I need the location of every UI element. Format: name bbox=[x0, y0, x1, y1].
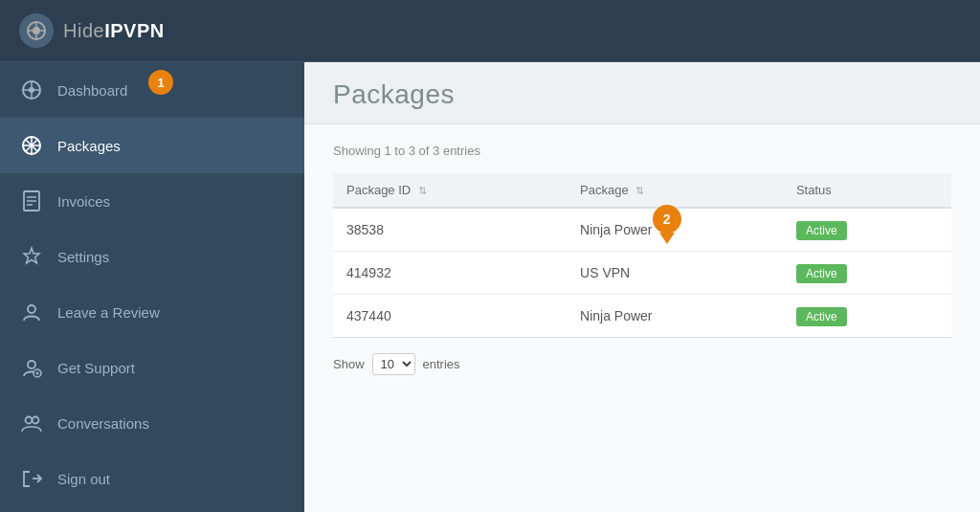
sort-icon-package: ⇅ bbox=[635, 185, 644, 197]
cell-package-id-3: 437440 bbox=[333, 295, 567, 338]
sidebar-item-invoices-label: Invoices bbox=[57, 193, 110, 210]
cell-package-id-2: 414932 bbox=[333, 252, 567, 295]
cell-status-2: Active bbox=[783, 252, 951, 295]
cell-package-name-2: US VPN bbox=[567, 252, 783, 295]
cell-status-1: Active bbox=[783, 208, 951, 252]
cell-status-3: Active bbox=[783, 295, 951, 338]
logo: HideIPVPN bbox=[19, 13, 165, 48]
sidebar-item-dashboard-label: Dashboard bbox=[57, 82, 127, 99]
pin-marker-2: 2 bbox=[653, 205, 681, 244]
svg-point-21 bbox=[28, 361, 35, 368]
dashboard-icon bbox=[19, 78, 44, 102]
sidebar-item-conversations-label: Conversations bbox=[57, 415, 149, 432]
top-bar: HideIPVPN bbox=[0, 0, 980, 62]
main-layout: Dashboard 1 Packages bbox=[0, 62, 980, 512]
table-row: 414932 US VPN Active bbox=[333, 252, 951, 295]
col-package[interactable]: Package ⇅ bbox=[567, 173, 783, 208]
svg-marker-19 bbox=[24, 248, 39, 263]
sidebar-item-conversations[interactable]: Conversations bbox=[0, 395, 304, 451]
packages-icon bbox=[19, 133, 44, 158]
status-badge-1: Active bbox=[796, 221, 847, 240]
sidebar-item-dashboard[interactable]: Dashboard 1 bbox=[0, 62, 304, 118]
showing-text: Showing 1 to 3 of 3 entries bbox=[333, 144, 951, 158]
table-row: 38538 Ninja Power 2 bbox=[333, 208, 951, 252]
sidebar-item-packages-label: Packages bbox=[57, 138, 121, 154]
sidebar-item-get-support[interactable]: Get Support bbox=[0, 340, 304, 395]
show-entries-select[interactable]: 10 25 50 bbox=[372, 353, 415, 375]
svg-point-5 bbox=[29, 87, 34, 93]
sidebar-item-get-support-label: Get Support bbox=[57, 360, 135, 376]
svg-point-25 bbox=[26, 417, 33, 424]
sidebar-item-packages[interactable]: Packages bbox=[0, 118, 304, 173]
content-header: Packages bbox=[304, 62, 980, 124]
table-row: 437440 Ninja Power Active bbox=[333, 295, 951, 338]
cell-package-name-1: Ninja Power 2 bbox=[567, 208, 783, 252]
sidebar-item-invoices[interactable]: Invoices bbox=[0, 173, 304, 229]
show-label: Show bbox=[333, 357, 365, 371]
table-header-row: Package ID ⇅ Package ⇅ Status bbox=[333, 173, 951, 208]
get-support-icon bbox=[19, 355, 44, 380]
cell-package-id-1: 38538 bbox=[333, 208, 567, 252]
settings-icon bbox=[19, 244, 44, 269]
dashboard-badge: 1 bbox=[148, 70, 173, 95]
packages-table: Package ID ⇅ Package ⇅ Status bbox=[333, 173, 951, 338]
content-area: Packages Showing 1 to 3 of 3 entries Pac… bbox=[304, 62, 980, 512]
entries-label: entries bbox=[423, 357, 460, 371]
sort-icon-package-id: ⇅ bbox=[418, 185, 427, 197]
sidebar-item-settings-label: Settings bbox=[57, 249, 109, 265]
status-badge-3: Active bbox=[796, 307, 847, 326]
col-status: Status bbox=[783, 173, 951, 208]
status-badge-2: Active bbox=[796, 264, 847, 283]
svg-point-26 bbox=[33, 417, 39, 424]
leave-review-icon bbox=[19, 300, 44, 324]
col-package-id[interactable]: Package ID ⇅ bbox=[333, 173, 567, 208]
pin-bubble-2: 2 bbox=[653, 205, 681, 234]
table-footer: Show 10 25 50 entries bbox=[333, 353, 951, 375]
invoices-icon bbox=[19, 189, 44, 213]
sidebar-item-settings[interactable]: Settings bbox=[0, 229, 304, 284]
content-body: Showing 1 to 3 of 3 entries Package ID ⇅… bbox=[304, 124, 980, 512]
package-name-wrap-1: Ninja Power 2 bbox=[580, 222, 652, 237]
sidebar-item-leave-review[interactable]: Leave a Review bbox=[0, 284, 304, 340]
sidebar-item-leave-review-label: Leave a Review bbox=[57, 304, 160, 321]
sign-out-icon bbox=[19, 466, 44, 491]
sidebar-item-sign-out-label: Sign out bbox=[57, 471, 110, 487]
logo-icon bbox=[19, 13, 54, 48]
page-title: Packages bbox=[333, 79, 951, 110]
svg-point-20 bbox=[28, 305, 35, 313]
conversations-icon bbox=[19, 411, 44, 435]
sidebar-item-sign-out[interactable]: Sign out bbox=[0, 451, 304, 506]
cell-package-name-3: Ninja Power bbox=[567, 295, 783, 338]
pin-tail-2 bbox=[659, 233, 675, 244]
logo-text: HideIPVPN bbox=[63, 20, 165, 42]
sidebar: Dashboard 1 Packages bbox=[0, 62, 304, 512]
